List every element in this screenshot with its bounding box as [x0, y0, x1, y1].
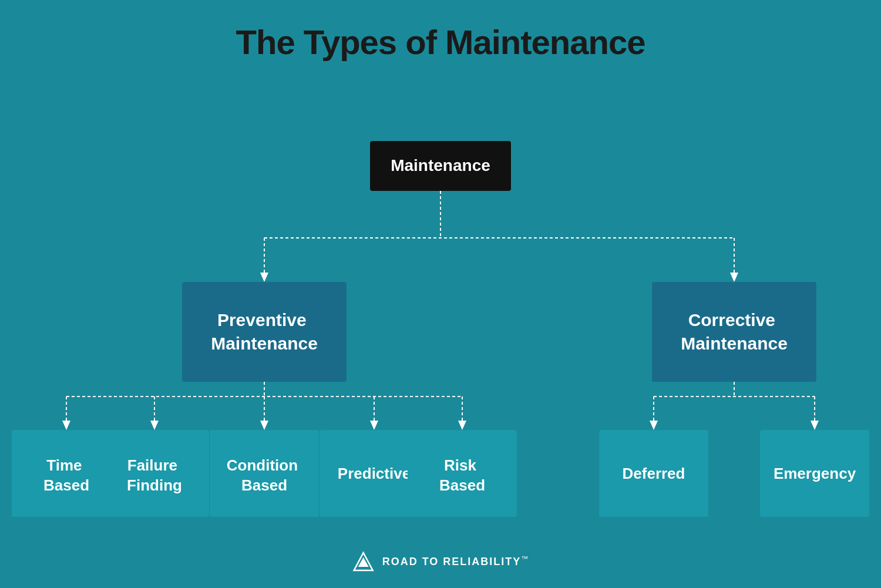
- brand-name: ROAD TO RELIABILITY™: [382, 555, 530, 568]
- emergency-label: Emergency: [774, 465, 856, 482]
- diagram-svg: Maintenance Preventive Maintenance Corre…: [0, 70, 881, 552]
- footer: ROAD TO RELIABILITY™: [352, 550, 530, 572]
- page-title: The Types of Maintenance: [236, 22, 645, 62]
- svg-marker-5: [730, 273, 738, 282]
- brand-logo-icon: [352, 550, 375, 572]
- deferred-label: Deferred: [623, 465, 685, 482]
- preventive-node: [182, 282, 347, 382]
- svg-marker-15: [370, 421, 378, 430]
- root-node-label: Maintenance: [391, 156, 490, 174]
- svg-marker-17: [458, 421, 466, 430]
- predictive-label: Predictive: [338, 465, 411, 482]
- svg-marker-23: [811, 421, 819, 430]
- svg-marker-13: [260, 421, 268, 430]
- svg-marker-3: [260, 273, 268, 282]
- svg-marker-9: [62, 421, 70, 430]
- svg-marker-11: [150, 421, 159, 430]
- page-container: The Types of Maintenance: [0, 0, 881, 588]
- svg-marker-21: [650, 421, 658, 430]
- corrective-node: [652, 282, 816, 382]
